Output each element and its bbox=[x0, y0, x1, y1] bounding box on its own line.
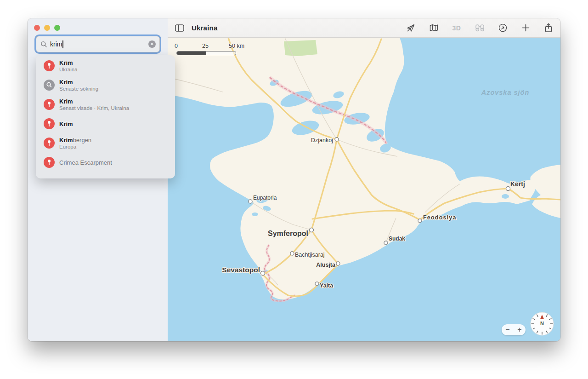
suggestion-row[interactable]: Krim Senaste sökning bbox=[36, 75, 175, 95]
city-label: Kertj bbox=[510, 180, 525, 188]
zoom-out-button[interactable]: − bbox=[502, 324, 514, 335]
city-label: Alusjta bbox=[316, 262, 336, 268]
zoom-in-button[interactable]: + bbox=[514, 324, 526, 335]
pin-icon bbox=[44, 138, 55, 149]
text-caret bbox=[62, 40, 63, 48]
pin-icon bbox=[44, 60, 55, 71]
maps-window: krim ✕ Krim Ukraina bbox=[28, 18, 560, 341]
map-title: Ukraina bbox=[192, 24, 217, 32]
city-label: Dzjankoj bbox=[311, 137, 333, 144]
pin-icon bbox=[44, 99, 55, 110]
suggestion-row[interactable]: Krim Ukraina bbox=[36, 56, 175, 75]
suggestion-row[interactable]: Krim bbox=[36, 114, 175, 133]
recent-search-icon bbox=[44, 80, 55, 91]
map-graphic: Dzjankoj Eupatoria Symferopol Bachtjisar… bbox=[168, 38, 560, 341]
sidebar: krim ✕ Krim Ukraina bbox=[28, 18, 168, 341]
minimize-button[interactable] bbox=[44, 25, 50, 31]
search-suggestions-panel: Krim Ukraina Krim Senaste sökning bbox=[36, 55, 175, 178]
sea-label: Azovska sjön bbox=[481, 89, 530, 96]
compass[interactable]: N bbox=[530, 311, 554, 336]
map-mode-icon[interactable] bbox=[428, 23, 439, 34]
pin-icon bbox=[44, 157, 55, 168]
search-input[interactable]: krim ✕ bbox=[36, 36, 160, 52]
close-button[interactable] bbox=[34, 25, 40, 31]
city-label: Sevastopol bbox=[222, 266, 260, 274]
share-icon[interactable] bbox=[543, 23, 554, 34]
clear-search-icon[interactable]: ✕ bbox=[148, 40, 156, 48]
traffic-lights bbox=[34, 25, 60, 31]
3d-mode-button[interactable]: 3D bbox=[451, 23, 462, 34]
scale-tick-0: 0 bbox=[175, 43, 178, 49]
city-label: Symferopol bbox=[268, 230, 308, 237]
city-label: Feodosiya bbox=[423, 214, 457, 221]
pin-icon bbox=[44, 118, 55, 129]
zoom-button[interactable] bbox=[54, 25, 60, 31]
scale-tick-25: 25 bbox=[202, 43, 209, 49]
current-location-off-icon[interactable] bbox=[405, 23, 416, 34]
compass-n-label: N bbox=[540, 321, 544, 326]
map-scale-bar: 0 25 50 km bbox=[176, 43, 250, 57]
city-label: Eupatoria bbox=[253, 195, 277, 201]
park-area bbox=[284, 40, 317, 56]
suggestion-row[interactable]: Krim Senast visade · Krim, Ukraina bbox=[36, 95, 175, 114]
search-icon bbox=[40, 41, 47, 48]
desktop: krim ✕ Krim Ukraina bbox=[0, 0, 588, 379]
toolbar: Ukraina 3D bbox=[168, 18, 560, 38]
city-label: Bachtjisaraj bbox=[295, 252, 325, 258]
directions-icon[interactable] bbox=[497, 23, 508, 34]
map-canvas[interactable]: Dzjankoj Eupatoria Symferopol Bachtjisar… bbox=[168, 38, 560, 341]
city-label: Yalta bbox=[320, 282, 334, 289]
scale-tick-50: 50 km bbox=[229, 43, 244, 49]
suggestion-row[interactable]: Krimbergen Europa bbox=[36, 133, 175, 153]
search-text: krim bbox=[50, 40, 62, 48]
look-around-icon[interactable] bbox=[474, 23, 485, 34]
sidebar-toggle-icon[interactable] bbox=[174, 23, 185, 34]
city-label: Sudak bbox=[389, 235, 405, 242]
add-pin-icon[interactable] bbox=[520, 23, 531, 34]
suggestion-row[interactable]: Crimea Escarpment bbox=[36, 153, 175, 172]
zoom-controls: − + bbox=[502, 324, 526, 335]
